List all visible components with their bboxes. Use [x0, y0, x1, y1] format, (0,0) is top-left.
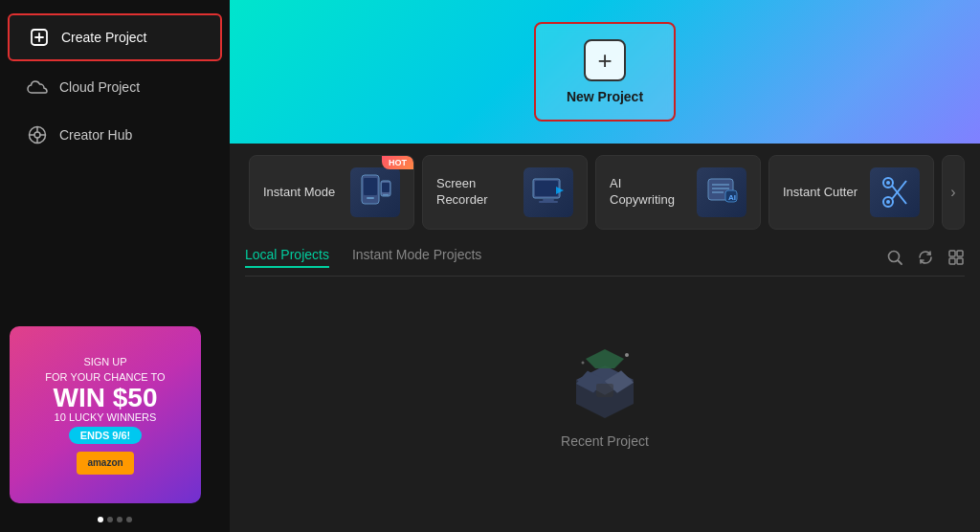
svg-text:AI: AI: [728, 193, 736, 202]
tool-card-instant-cutter[interactable]: Instant Cutter: [768, 155, 934, 230]
svg-rect-34: [949, 251, 955, 256]
search-icon-btn[interactable]: [886, 249, 903, 266]
instant-cutter-label: Instant Cutter: [783, 185, 858, 201]
svg-line-33: [899, 261, 902, 265]
ad-win-text: WIN $50: [54, 385, 158, 411]
ad-ends-badge: ENDS 9/6!: [69, 427, 143, 444]
tab-instant-mode-projects[interactable]: Instant Mode Projects: [352, 247, 481, 268]
tool-card-instant-mode[interactable]: HOT Instant Mode: [249, 155, 414, 230]
new-project-button[interactable]: + New Project: [534, 22, 676, 122]
ad-line1: SIGN UP FOR YOUR CHANCE TO: [45, 355, 165, 385]
sidebar-item-create-project-label: Create Project: [61, 30, 146, 45]
recent-project-label: Recent Project: [561, 433, 649, 449]
svg-line-29: [892, 186, 906, 204]
svg-point-45: [582, 361, 585, 364]
svg-rect-35: [957, 251, 963, 256]
dot-2: [107, 517, 113, 522]
tabs-right: [886, 249, 965, 266]
empty-box-icon: [562, 342, 648, 418]
svg-marker-42: [586, 349, 624, 368]
ad-banner[interactable]: SIGN UP FOR YOUR CHANCE TO WIN $50 10 LU…: [10, 326, 201, 503]
main-content: + New Project HOT Instant Mode Scree: [230, 0, 980, 532]
svg-point-31: [886, 181, 890, 185]
creator-hub-icon: [27, 124, 48, 145]
svg-rect-14: [383, 194, 389, 196]
svg-rect-37: [957, 258, 963, 264]
grid-view-icon-btn[interactable]: [947, 249, 965, 266]
instant-cutter-img: [870, 167, 920, 217]
tabs-row: Local Projects Instant Mode Projects: [245, 241, 965, 277]
ai-copywriting-img: AI: [697, 167, 746, 217]
tool-card-ai-copywriting[interactable]: AI Copywriting AI: [595, 155, 761, 230]
ai-copywriting-label: AI Copywriting: [610, 176, 686, 209]
sidebar: Create Project Cloud Project Creator Hub…: [0, 0, 230, 532]
tools-row-arrow[interactable]: ›: [942, 155, 965, 230]
sidebar-item-cloud-project[interactable]: Cloud Project: [8, 65, 222, 109]
screen-recorder-img: [523, 167, 573, 217]
dot-1: [98, 517, 103, 522]
hot-badge: HOT: [382, 156, 413, 169]
svg-rect-43: [596, 384, 613, 397]
tools-row: HOT Instant Mode Screen Recorder: [230, 144, 980, 241]
projects-area: Local Projects Instant Mode Projects: [230, 241, 980, 532]
sidebar-item-create-project[interactable]: Create Project: [8, 13, 222, 61]
dot-3: [117, 517, 122, 522]
svg-rect-11: [367, 197, 374, 199]
cloud-icon: [27, 77, 48, 98]
new-project-icon: +: [584, 39, 626, 81]
instant-mode-img: [350, 167, 400, 217]
svg-rect-13: [382, 183, 390, 192]
dot-4: [126, 517, 132, 522]
svg-rect-17: [543, 199, 554, 201]
ad-dots: [0, 517, 230, 522]
instant-mode-label: Instant Mode: [263, 185, 335, 201]
hero-banner: + New Project: [230, 0, 980, 144]
create-project-icon: [29, 27, 50, 48]
ad-amazon-logo: amazon: [77, 452, 134, 475]
svg-rect-18: [539, 201, 558, 203]
refresh-icon-btn[interactable]: [917, 249, 934, 266]
svg-line-28: [892, 181, 906, 199]
tool-card-screen-recorder[interactable]: Screen Recorder: [422, 155, 588, 230]
tab-local-projects[interactable]: Local Projects: [245, 247, 329, 268]
sidebar-item-creator-hub-label: Creator Hub: [59, 127, 132, 143]
svg-point-30: [886, 200, 890, 204]
sidebar-item-cloud-project-label: Cloud Project: [59, 79, 140, 95]
empty-state: Recent Project: [245, 277, 965, 532]
svg-point-4: [34, 132, 40, 138]
sidebar-item-creator-hub[interactable]: Creator Hub: [8, 113, 222, 157]
screen-recorder-label: Screen Recorder: [436, 176, 513, 209]
svg-point-32: [889, 252, 900, 262]
svg-rect-10: [364, 178, 377, 195]
svg-rect-16: [535, 181, 558, 196]
new-project-label: New Project: [567, 89, 643, 104]
ad-lucky-text: 10 LUCKY WINNERS: [55, 411, 157, 423]
svg-point-44: [625, 353, 629, 357]
tabs-left: Local Projects Instant Mode Projects: [245, 247, 481, 268]
svg-rect-36: [949, 258, 955, 264]
